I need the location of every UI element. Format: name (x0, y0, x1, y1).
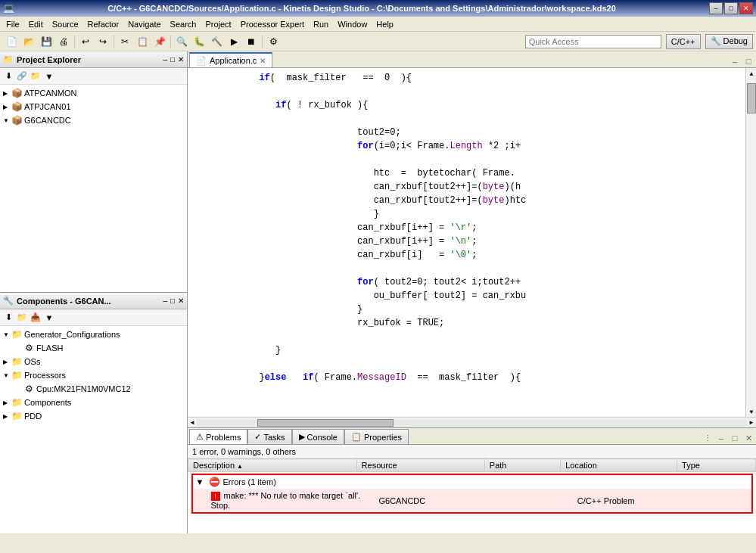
quick-access-input[interactable] (525, 35, 661, 48)
menu-search[interactable]: Search (166, 18, 201, 30)
tree-arrow-atpjcan01: ▶ (3, 104, 11, 110)
tab-close-button[interactable]: ✕ (260, 57, 266, 65)
menu-window[interactable]: Window (333, 18, 372, 30)
problems-maximize-btn[interactable]: □ (729, 432, 741, 444)
error-item-row[interactable]: ! make: *** No rule to make target `all'… (193, 489, 751, 512)
comp-collapse-button[interactable]: ⬇ (2, 311, 15, 325)
scroll-right-btn[interactable]: ► (748, 419, 754, 426)
bottom-status-bar: 1 error, 0 warnings, 0 others (188, 445, 756, 458)
save-button[interactable]: 💾 (38, 33, 54, 50)
tree-item-oss[interactable]: ▶ 📁 OSs (0, 355, 187, 368)
tree-item-processors[interactable]: ▼ 📁 Processors (0, 368, 187, 382)
collapse-all-button[interactable]: ⬇ (2, 70, 15, 83)
editor-tab-controls: – □ (729, 55, 754, 67)
menu-edit[interactable]: Edit (24, 18, 48, 30)
redo-button[interactable]: ↪ (95, 33, 111, 50)
tree-item-atpjcan01[interactable]: ▶ 📦 ATPJCAN01 (0, 100, 187, 113)
project-explorer-maximize[interactable]: □ (170, 55, 175, 64)
components-maximize[interactable]: □ (170, 297, 175, 305)
tree-item-atpcanmon[interactable]: ▶ 📦 ATPCANMON (0, 86, 187, 100)
settings-btn[interactable]: ⚙ (265, 33, 282, 50)
code-line-21: } (194, 343, 750, 357)
col-header-type[interactable]: Type (677, 459, 756, 472)
editor-content[interactable]: if( mask_filter == 0 ){ if( ! rx_bufok )… (188, 68, 756, 417)
col-header-resource[interactable]: Resource (356, 459, 484, 472)
project-explorer-minimize[interactable]: – (163, 55, 167, 64)
print-button[interactable]: 🖨 (55, 33, 72, 50)
h-scroll-thumb (257, 419, 394, 427)
menu-file[interactable]: File (2, 18, 24, 30)
col-header-description[interactable]: Description ▲ (188, 459, 357, 472)
perspective-debug-button[interactable]: 🔧 Debug (705, 34, 753, 49)
comp-import-button[interactable]: 📥 (29, 311, 42, 325)
debug-btn[interactable]: 🐛 (191, 33, 207, 50)
tree-item-g6cancdc[interactable]: ▼ 📦 G6CANCDC (0, 113, 187, 127)
tab-tasks[interactable]: ✓ Tasks (247, 429, 291, 444)
close-button[interactable]: ✕ (739, 2, 753, 14)
menu-help[interactable]: Help (372, 18, 398, 30)
link-editor-button[interactable]: 🔗 (15, 70, 29, 83)
project-icon-g6cancdc: 📦 (11, 114, 23, 126)
tree-item-cpu[interactable]: ⚙ Cpu:MK21FN1M0VMC12 (0, 382, 187, 396)
error-group-row[interactable]: ▼ ⛔ Errors (1 item) (193, 475, 751, 489)
error-badge: ! (211, 492, 220, 501)
components-panel-header: 🔧 Components - G6CAN... – □ ✕ (0, 293, 187, 309)
left-panel: 📁 Project Explorer – □ ✕ ⬇ 🔗 📁 ▼ ▶ 📦 ATP… (0, 51, 188, 533)
copy-button[interactable]: 📋 (134, 33, 151, 50)
new-button[interactable]: 📄 (3, 33, 20, 50)
editor-scrollbar-h[interactable]: ◄ ► (188, 417, 756, 427)
file-icon: 📄 (196, 56, 207, 66)
editor-tab-application-c[interactable]: 📄 Application.c ✕ (189, 52, 272, 67)
problems-minimize-btn[interactable]: – (715, 432, 727, 444)
menu-refactor[interactable]: Refactor (83, 18, 124, 30)
paste-button[interactable]: 📌 (151, 33, 168, 50)
menu-processor-expert[interactable]: Processor Expert (236, 18, 309, 30)
components-close[interactable]: ✕ (178, 297, 184, 305)
problems-close-btn[interactable]: ✕ (742, 432, 754, 444)
build-btn[interactable]: 🔨 (208, 33, 225, 50)
quick-access-bar: C/C++ 🔧 Debug (525, 34, 753, 49)
comp-view-menu-button[interactable]: ▼ (42, 311, 56, 325)
menu-navigate[interactable]: Navigate (123, 18, 165, 30)
tab-properties-label: Properties (364, 433, 402, 442)
undo-button[interactable]: ↩ (77, 33, 94, 50)
tab-console[interactable]: ▶ Console (292, 429, 344, 444)
scroll-left-btn[interactable]: ◄ (189, 419, 195, 426)
code-line-1: if( mask_filter == 0 ){ (194, 71, 750, 85)
view-menu-button[interactable]: ▼ (42, 70, 56, 83)
perspective-cpp-button[interactable]: C/C++ (666, 34, 701, 49)
tree-item-gen-configs[interactable]: ▼ 📁 Generator_Configurations (0, 328, 187, 341)
tree-item-components[interactable]: ▶ 📁 Components (0, 396, 187, 409)
menu-project[interactable]: Project (201, 18, 235, 30)
col-header-path[interactable]: Path (484, 459, 560, 472)
components-panel-icon: 🔧 (3, 296, 14, 306)
open-button[interactable]: 📂 (20, 33, 37, 50)
tab-properties[interactable]: 📋 Properties (344, 429, 409, 444)
project-explorer-close[interactable]: ✕ (178, 55, 184, 64)
problems-actions-btn[interactable]: ⋮ (702, 432, 714, 444)
editor-max-button[interactable]: □ (742, 55, 754, 67)
tree-item-pdd[interactable]: ▶ 📁 PDD (0, 409, 187, 423)
scroll-up-btn[interactable]: ▲ (746, 68, 756, 79)
stop-btn[interactable]: ⏹ (243, 33, 260, 50)
menu-run[interactable]: Run (309, 18, 333, 30)
minimize-button[interactable]: – (709, 2, 723, 14)
editor-scrollbar-v[interactable]: ▲ ▼ (745, 68, 756, 417)
tab-problems[interactable]: ⚠ Problems (189, 429, 247, 444)
editor-area: 📄 Application.c ✕ – □ if( mask_filter ==… (188, 51, 756, 533)
editor-min-button[interactable]: – (729, 55, 741, 67)
tree-label-processors: Processors (24, 371, 66, 380)
comp-new-button[interactable]: 📁 (15, 311, 29, 325)
components-minimize[interactable]: – (163, 297, 167, 305)
run-btn[interactable]: ▶ (226, 33, 242, 50)
menu-source[interactable]: Source (48, 18, 83, 30)
search-btn[interactable]: 🔍 (173, 33, 190, 50)
cpu-icon: ⚙ (23, 383, 35, 395)
tree-item-flash[interactable]: ⚙ FLASH (0, 341, 187, 355)
tree-label-cpu: Cpu:MK21FN1M0VMC12 (36, 384, 131, 393)
scroll-down-btn[interactable]: ▼ (746, 406, 756, 417)
cut-button[interactable]: ✂ (117, 33, 133, 50)
col-header-location[interactable]: Location (561, 459, 677, 472)
maximize-button[interactable]: □ (724, 2, 738, 14)
new-folder-button[interactable]: 📁 (29, 70, 42, 83)
